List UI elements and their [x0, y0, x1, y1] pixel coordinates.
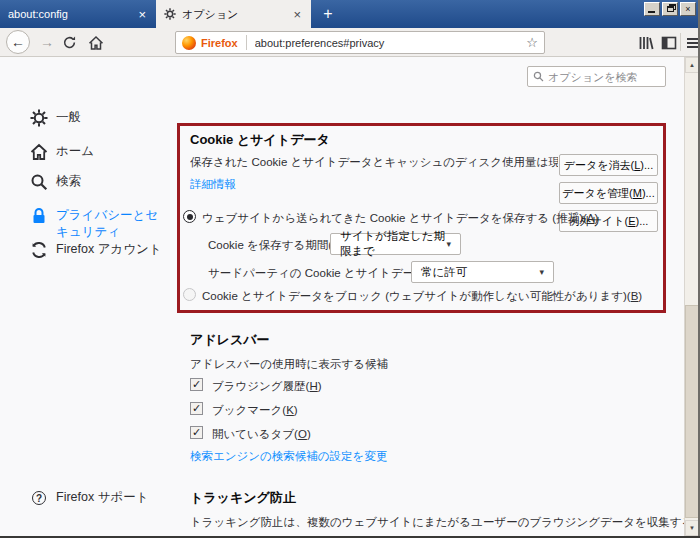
home-button[interactable] [87, 34, 104, 51]
manage-data-button[interactable]: データを管理(M)... [559, 182, 658, 204]
url-text[interactable]: about:preferences#privacy [255, 37, 523, 49]
clear-data-button[interactable]: データを消去(L)... [559, 154, 658, 176]
sidebar-item-label: Firefox サポート [56, 489, 176, 507]
sidebar-item-home[interactable]: ホーム [30, 143, 162, 161]
sidebar-item-label: ホーム [56, 143, 162, 161]
radio-accept-cookies[interactable] [183, 210, 196, 223]
third-party-select[interactable]: 常に許可 ▾ [411, 261, 554, 283]
sidebar-item-label: 一般 [56, 109, 162, 127]
addressbar-subtitle: アドレスバーの使用時に表示する候補 [190, 357, 388, 372]
chevron-down-icon: ▾ [446, 239, 451, 249]
scroll-up-icon[interactable]: ▲ [685, 57, 699, 73]
scrollbar-thumb[interactable] [685, 305, 699, 518]
selected-option: 常に許可 [421, 265, 467, 280]
close-button[interactable]: × [680, 2, 696, 16]
search-input[interactable] [548, 71, 660, 83]
sidebar-item-firefox-account[interactable]: Firefox アカウント [30, 241, 162, 259]
reload-button[interactable] [61, 34, 78, 51]
lock-icon [30, 207, 48, 225]
gear-icon [164, 8, 176, 20]
sidebar-item-label: Firefox アカウント [56, 241, 162, 259]
learn-more-link[interactable]: 詳細情報 [190, 177, 236, 192]
checkbox-bookmarks[interactable]: ✓ [190, 402, 203, 415]
back-button[interactable]: ← [6, 30, 30, 54]
minimize-button[interactable] [644, 2, 660, 16]
tab-options[interactable]: オプション × [156, 0, 311, 28]
addressbar-section-title: アドレスバー [190, 331, 270, 349]
tab-label: about:config [8, 8, 68, 20]
search-suggestions-settings-link[interactable]: 検索エンジンの検索候補の設定を変更 [190, 449, 387, 464]
restore-button[interactable] [662, 2, 678, 16]
vertical-scrollbar[interactable]: ▲ ▼ [684, 57, 698, 536]
preferences-search[interactable] [527, 66, 666, 87]
library-button[interactable] [637, 34, 654, 51]
cookie-usage-text: 保存された Cookie とサイトデータとキャッシュのディスク使用量は現在 70… [190, 155, 558, 170]
bookmark-star-icon[interactable]: ☆ [526, 35, 538, 50]
help-icon: ? [30, 489, 48, 507]
forward-button[interactable]: → [38, 33, 56, 51]
radio-block-cookies[interactable] [183, 288, 196, 301]
url-bar[interactable]: Firefox about:preferences#privacy ☆ [175, 31, 545, 54]
radio-accept-label[interactable]: ウェブサイトから送られてきた Cookie とサイトデータを保存する (推奨)(… [202, 211, 598, 226]
toolbar-separator [680, 33, 681, 51]
checkbox-open-tabs[interactable]: ✓ [190, 426, 203, 439]
minimize-icon [648, 11, 655, 13]
sidebar-item-label: 検索 [56, 173, 162, 191]
sidebar-item-general[interactable]: 一般 [30, 109, 162, 127]
new-tab-button[interactable]: + [316, 0, 340, 28]
cookie-section-title: Cookie とサイトデータ [190, 131, 330, 149]
sync-icon [30, 241, 48, 259]
tracking-section-title: トラッキング防止 [190, 489, 296, 507]
firefox-logo-icon [182, 36, 196, 50]
chevron-down-icon: ▾ [539, 267, 544, 277]
tab-about-config[interactable]: about:config × [0, 0, 156, 28]
window-controls: × [644, 2, 696, 16]
checkbox-bookmarks-label[interactable]: ブックマーク(K) [212, 403, 298, 418]
sidebar-item-label: プライバシーとセキュリティ [56, 207, 162, 241]
titlebar: about:config × オプション × + × [0, 0, 700, 28]
keep-until-label: Cookie を保存する期間(U) [208, 238, 344, 253]
sidebar-toggle-button[interactable] [660, 34, 677, 51]
home-icon [30, 143, 48, 161]
checkbox-browsing-history-label[interactable]: ブラウジング履歴(H) [212, 379, 322, 394]
checkbox-browsing-history[interactable]: ✓ [190, 378, 203, 391]
sidebar-item-search[interactable]: 検索 [30, 173, 162, 191]
sidebar-item-privacy-security[interactable]: プライバシーとセキュリティ [30, 207, 162, 241]
selected-option: サイトが指定した期限まで [340, 229, 446, 259]
sidebar-item-firefox-support[interactable]: ? Firefox サポート [30, 489, 176, 507]
scroll-down-icon[interactable]: ▼ [685, 520, 699, 536]
identity-label: Firefox [201, 37, 238, 49]
tracking-description: トラッキング防止は、複数のウェブサイトにまたがるユーザーのブラウジングデータを収… [190, 515, 694, 530]
url-separator [246, 35, 247, 50]
search-icon [30, 173, 48, 191]
tab-close-icon[interactable]: × [136, 8, 148, 21]
tab-label: オプション [182, 7, 238, 22]
checkbox-open-tabs-label[interactable]: 開いているタブ(O) [212, 427, 311, 442]
keep-until-select[interactable]: サイトが指定した期限まで ▾ [330, 233, 461, 255]
gear-icon [30, 109, 48, 127]
radio-block-label[interactable]: Cookie とサイトデータをブロック (ウェブサイトが動作しない可能性がありま… [202, 289, 642, 304]
search-icon [533, 71, 544, 82]
tab-close-icon[interactable]: × [291, 8, 303, 21]
